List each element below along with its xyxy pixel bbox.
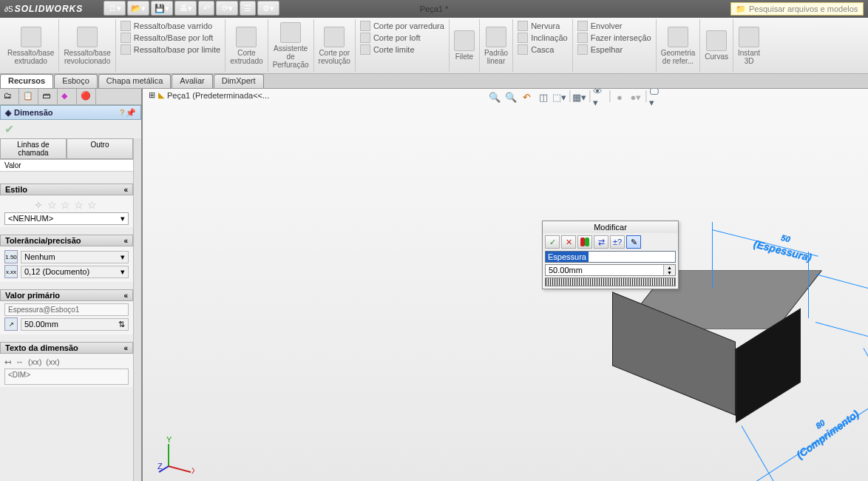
style-fav1-icon[interactable]: ☆	[47, 199, 59, 211]
ribbon-revolve-cut[interactable]: Corte por revolução	[314, 19, 356, 72]
qa-rebuild-button[interactable]: ⟳▾	[216, 1, 238, 16]
ribbon-swept-cut[interactable]: Corte por varredura	[360, 21, 444, 31]
ribbon-boundary-boss[interactable]: Ressalto/base por limite	[121, 44, 220, 55]
section-primary-header[interactable]: Valor primário «	[0, 289, 133, 301]
ribbon-instant3d[interactable]: Instant 3D	[733, 19, 764, 72]
modify-name-input[interactable]: Espessura	[545, 251, 676, 263]
modify-mark-button[interactable]: ✎	[626, 235, 641, 249]
tab-outro[interactable]: Outro	[67, 138, 133, 159]
section-dimtext-header[interactable]: Texto da dimensão «	[0, 342, 133, 354]
modify-ok-button[interactable]: ✓	[545, 235, 560, 249]
hide-show-icon[interactable]: 👁▾	[593, 90, 606, 104]
section-estilo-header[interactable]: Estilo «	[0, 184, 133, 195]
dimension-espessura[interactable]: 50 (Espessura)	[753, 223, 817, 263]
scene-icon[interactable]: ●▾	[629, 90, 642, 104]
ribbon-revolve-boss[interactable]: Ressalto/base revolucionado	[59, 19, 115, 72]
qa-settings-button[interactable]: ⚙▾	[257, 1, 279, 16]
flyout-tree-label: Peça1 (Predeterminada<<...	[167, 91, 269, 100]
qa-print-button[interactable]: 🖶▾	[174, 1, 197, 16]
style-fav4-icon[interactable]: ☆	[87, 199, 99, 211]
view-orient-icon[interactable]: ⬚▾	[553, 90, 566, 104]
zoom-fit-icon[interactable]: 🔍	[488, 90, 501, 104]
modify-reverse-button[interactable]: ⇄	[594, 235, 608, 249]
tab-recursos[interactable]: Recursos	[0, 74, 53, 88]
prev-view-icon[interactable]: ↶	[521, 90, 534, 104]
ribbon-linear-pattern[interactable]: Padrão linear	[480, 19, 513, 72]
triad-x-label: X	[191, 466, 194, 474]
ribbon-mirror[interactable]: Espelhar	[577, 44, 623, 55]
ribbon-wrap[interactable]: Envolver	[577, 21, 623, 31]
section-view-icon[interactable]: ◫	[537, 90, 550, 104]
boundary-cut-label: Corte limite	[373, 45, 415, 54]
tolerance-type-select[interactable]: Nenhum▾	[21, 251, 129, 263]
ribbon-hole-wizard[interactable]: Assistente de Perfuração	[268, 19, 314, 72]
ribbon-rib[interactable]: Nervura	[518, 21, 560, 31]
modify-rebuild-button[interactable]	[577, 235, 592, 249]
tab-dimxpert[interactable]: DimXpert	[214, 74, 264, 88]
text-paren2-icon[interactable]: (xx)	[46, 357, 59, 367]
display-style-icon[interactable]: ▦▾	[573, 90, 586, 104]
graphics-viewport[interactable]: ⊞ ◣ Peça1 (Predeterminada<<... 🔍 🔍 ↶ ◫ ⬚…	[143, 89, 868, 481]
view-settings-icon[interactable]: 🖵▾	[649, 90, 662, 104]
ribbon-loft-boss[interactable]: Ressalto/Base por loft	[121, 33, 214, 43]
ribbon-loft-cut[interactable]: Corte por loft	[360, 33, 421, 43]
modify-spinner[interactable]: ▲▼	[663, 265, 675, 275]
pm-help-button[interactable]: ?	[120, 108, 124, 118]
ribbon-curves[interactable]: Curvas	[700, 19, 733, 72]
modify-value-input[interactable]: 50.00mm ▲▼	[545, 264, 676, 276]
ribbon-fillet[interactable]: Filete	[450, 19, 480, 72]
spin-down-icon[interactable]: ▼	[663, 270, 675, 275]
tab-chapa[interactable]: Chapa metálica	[98, 74, 171, 88]
style-fav3-icon[interactable]: ☆	[74, 199, 86, 211]
pm-ok-button[interactable]: ✔	[4, 123, 14, 135]
style-select[interactable]: <NENHUM>▾	[4, 212, 129, 225]
primary-name-field[interactable]: Espessura@Esboço1	[4, 303, 129, 316]
precision-select[interactable]: 0,12 (Documento)▾	[21, 266, 129, 278]
primary-value-field[interactable]: 50.00mm⇅	[21, 318, 129, 331]
qa-options-button[interactable]: ☰	[240, 1, 256, 16]
tab-esboco[interactable]: Esboço	[54, 74, 98, 88]
spinner-icon[interactable]: ⇅	[118, 320, 125, 329]
qa-open-button[interactable]: 📂▾	[127, 1, 149, 16]
panel-scrollbar[interactable]	[133, 138, 141, 481]
ribbon-extrude-boss[interactable]: Ressalto/base extrudado	[3, 19, 59, 72]
qa-new-button[interactable]: 🗋▾	[104, 1, 126, 16]
zoom-area-icon[interactable]: 🔍	[504, 90, 518, 104]
feature-manager-tab[interactable]: 🗂	[0, 89, 19, 105]
qa-undo-button[interactable]: ↶	[198, 1, 214, 16]
text-align-left-icon[interactable]: ↤	[4, 357, 11, 367]
dimtext-field[interactable]: <DIM>	[4, 369, 129, 385]
ribbon-boundary-cut[interactable]: Corte limite	[360, 44, 415, 55]
text-paren1-icon[interactable]: (xx)	[28, 357, 41, 367]
style-fav2-icon[interactable]: ☆	[61, 199, 72, 211]
dimxpert-manager-tab[interactable]: ◆	[58, 89, 77, 105]
modify-dialog[interactable]: Modificar ✓ ✕ ⇄ ±? ✎ Espessura 50.00mm ▲…	[542, 221, 679, 289]
render-manager-tab[interactable]: 🔴	[77, 89, 96, 105]
spin-up-icon[interactable]: ▲	[663, 265, 675, 270]
appearance-icon[interactable]: ●	[613, 90, 626, 104]
ribbon-shell[interactable]: Casca	[518, 44, 554, 55]
modify-cancel-button[interactable]: ✕	[561, 235, 576, 249]
ribbon-intersect[interactable]: Fazer interseção	[577, 33, 651, 43]
pm-pin-button[interactable]: 📌	[126, 108, 136, 118]
ribbon-swept-boss[interactable]: Ressalto/base varrido	[121, 21, 212, 31]
expand-icon[interactable]: ⊞	[149, 90, 155, 100]
tab-valor[interactable]: Valor	[0, 160, 133, 172]
property-manager-tab[interactable]: 📋	[19, 89, 38, 105]
section-tolerance-header[interactable]: Tolerância/precisão «	[0, 235, 133, 246]
ribbon-draft[interactable]: Inclinação	[518, 33, 568, 43]
qa-save-button[interactable]: 💾▾	[151, 1, 173, 16]
search-box[interactable]: 📁 Pesquisar arquivos e modelos	[730, 2, 864, 16]
dimension-comprimento[interactable]: 80 (Comprimento)	[785, 395, 861, 461]
style-add-icon[interactable]: ✧	[34, 199, 46, 211]
config-manager-tab[interactable]: 🗃	[38, 89, 58, 105]
tab-linhas-chamada[interactable]: Linhas de chamada	[0, 138, 67, 159]
tab-avaliar[interactable]: Avaliar	[172, 74, 212, 88]
flyout-tree[interactable]: ⊞ ◣ Peça1 (Predeterminada<<...	[149, 90, 269, 100]
modify-thumbwheel[interactable]	[545, 278, 676, 286]
ribbon-extrude-cut[interactable]: Corte extrudado	[226, 19, 268, 72]
text-align-center-icon[interactable]: ↔	[16, 357, 24, 367]
view-triad[interactable]: Y X Z	[157, 437, 194, 474]
modify-pm-button[interactable]: ±?	[610, 235, 625, 249]
ribbon-ref-geometry[interactable]: Geometria de refer...	[657, 19, 701, 72]
